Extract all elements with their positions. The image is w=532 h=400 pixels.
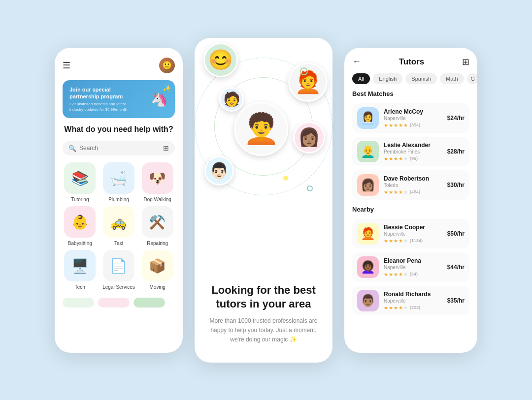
tutoring-label: Tutoring (71, 197, 89, 202)
banner-subtitle: Get unlimited benefits and latestindustr… (69, 101, 127, 112)
screen2: 😊 🧑 🧑‍🦱 🧑‍🦰 👩🏽 👨🏻 Looking for the best t… (195, 38, 332, 363)
banner-emoji: 🦄 (151, 91, 168, 107)
bessie-location: Naperville (384, 231, 442, 237)
babysitting-label: Babysitting (68, 241, 92, 246)
service-tech[interactable]: 🖥️ Tech (63, 250, 98, 290)
tutor-bubbles: 😊 🧑 🧑‍🦱 🧑‍🦰 👩🏽 👨🏻 (195, 38, 332, 225)
arlene-price: $24/hr (447, 115, 465, 122)
service-moving[interactable]: 📦 Moving (140, 250, 175, 290)
nearby-list: 🧑‍🦰 Bessie Cooper Naperville ★★★★★ (1134… (352, 219, 469, 315)
dog-walking-label: Dog Walking (143, 197, 171, 202)
service-repairing[interactable]: ⚒️ Repairing (140, 206, 175, 246)
tutoring-icon-box: 📚 (64, 162, 96, 194)
ronald-price: $35/hr (447, 297, 465, 304)
screen1-header: ☰ 🙂 (63, 58, 175, 73)
tab-g[interactable]: G (467, 73, 477, 84)
eleanor-avatar: 👩🏾‍🦱 (357, 256, 379, 278)
banner-text: Join our specialpartnership program Get … (69, 86, 127, 113)
screens-container: ☰ 🙂 Join our specialpartnership program … (35, 18, 497, 382)
ronald-info: Ronald Richards Naperville ★★★★★ (203) (384, 291, 442, 310)
dave-name: Dave Robertson (384, 175, 442, 182)
leslie-info: Leslie Alexander Pembroke Pines ★★★★★ (9… (384, 142, 442, 161)
promo-banner[interactable]: Join our specialpartnership program Get … (63, 80, 175, 119)
ronald-location: Naperville (384, 298, 442, 304)
filter-icon[interactable]: ⊞ (163, 144, 169, 152)
dog-walking-icon-box: 🐶 (142, 162, 173, 194)
search-bar: 🔍 ⊞ (63, 141, 175, 155)
menu-icon[interactable]: ☰ (63, 60, 70, 71)
tabs-row: All English Spanish Math G (352, 73, 469, 84)
taxi-label: Taxi (114, 241, 123, 246)
tutor-eleanor[interactable]: 👩🏾‍🦱 Eleanor Pena Naperville ★★★★★ (54) … (352, 252, 469, 282)
tutor-bessie[interactable]: 🧑‍🦰 Bessie Cooper Naperville ★★★★★ (1134… (352, 219, 469, 248)
tutor-bubble-3: 🧑‍🦰 (288, 62, 328, 102)
dave-avatar: 👩🏽 (357, 174, 379, 196)
screen1: ☰ 🙂 Join our specialpartnership program … (55, 48, 183, 353)
service-plumbing[interactable]: 🛁 Plumbing (101, 162, 136, 202)
tech-icon-box: 🖥️ (64, 250, 96, 281)
leslie-stars: ★★★★★ (96) (384, 156, 442, 161)
dave-price: $30/hr (447, 182, 465, 188)
arlene-avatar: 👩‍💼 (357, 107, 379, 129)
screen2-text: Looking for the best tutors in your area… (195, 283, 332, 345)
bessie-stars: ★★★★★ (1134) (384, 238, 442, 244)
section-title: What do you need help with? (63, 125, 175, 134)
search-icon: 🔍 (68, 145, 76, 152)
babysitting-icon-box: 👶 (64, 206, 96, 238)
tutor-leslie[interactable]: 👨‍🦲 Leslie Alexander Pembroke Pines ★★★★… (352, 137, 469, 166)
tab-english[interactable]: English (373, 73, 402, 84)
deco-circle1 (300, 67, 308, 75)
tab-all[interactable]: All (352, 73, 370, 84)
tutor-bubble-4: 👩🏽 (293, 122, 325, 154)
search-input[interactable] (79, 145, 160, 152)
tutor-bubble-5: 👨🏻 (204, 156, 234, 185)
screen3-header: ← Tutors ⊞ (352, 57, 469, 67)
arlene-name: Arlene McCoy (384, 108, 442, 115)
bessie-name: Bessie Cooper (384, 224, 442, 231)
tab-math[interactable]: Math (440, 73, 464, 84)
sparkle-icon: ✨ (163, 84, 171, 92)
arlene-location: Naperville (384, 116, 442, 121)
tutor-bubble-center: 🧑‍🦱 (234, 102, 288, 156)
deco-circle3 (283, 176, 288, 181)
leslie-name: Leslie Alexander (384, 142, 442, 149)
eleanor-location: Naperville (384, 265, 442, 270)
eleanor-stars: ★★★★★ (54) (384, 272, 442, 277)
service-babysitting[interactable]: 👶 Babysitting (63, 206, 98, 246)
leslie-avatar: 👨‍🦲 (357, 141, 379, 162)
nearby-heading: Nearby (352, 206, 469, 213)
screen3-title: Tutors (399, 57, 425, 67)
plumbing-label: Plumbing (108, 197, 129, 202)
bessie-price: $50/hr (447, 230, 465, 237)
repairing-icon-box: ⚒️ (142, 206, 173, 238)
service-legal[interactable]: 📄 Legal Services (101, 250, 136, 290)
dave-stars: ★★★★★ (464) (384, 189, 442, 195)
dave-location: Toledo (384, 183, 442, 188)
filter-button[interactable]: ⊞ (462, 57, 469, 67)
service-tutoring[interactable]: 📚 Tutoring (63, 162, 98, 202)
eleanor-price: $44/hr (447, 264, 465, 271)
deco-circle2 (307, 185, 313, 191)
moving-icon-box: 📦 (142, 250, 173, 281)
tutor-bubble-1: 😊 (203, 43, 238, 77)
tutor-ronald[interactable]: 👨🏽 Ronald Richards Naperville ★★★★★ (203… (352, 286, 469, 315)
eleanor-info: Eleanor Pena Naperville ★★★★★ (54) (384, 257, 442, 277)
leslie-location: Pembroke Pines (384, 149, 442, 154)
service-dog-walking[interactable]: 🐶 Dog Walking (140, 162, 175, 202)
ronald-name: Ronald Richards (384, 291, 442, 298)
plumbing-icon-box: 🛁 (103, 162, 134, 194)
avatar[interactable]: 🙂 (159, 58, 175, 73)
screen2-subtitle: More than 1000 trusted professionals are… (206, 316, 321, 345)
bessie-avatar: 🧑‍🦰 (357, 223, 379, 245)
screen3: ← Tutors ⊞ All English Spanish Math G Be… (344, 48, 477, 353)
eleanor-name: Eleanor Pena (384, 257, 442, 264)
moving-label: Moving (150, 284, 166, 290)
tutor-dave[interactable]: 👩🏽 Dave Robertson Toledo ★★★★★ (464) $30… (352, 170, 469, 200)
taxi-icon-box: 🚕 (103, 206, 134, 238)
service-taxi[interactable]: 🚕 Taxi (101, 206, 136, 246)
tab-spanish[interactable]: Spanish (405, 73, 437, 84)
services-grid: 📚 Tutoring 🛁 Plumbing 🐶 Dog Walking 👶 Ba… (63, 162, 175, 290)
tutor-arlene[interactable]: 👩‍💼 Arlene McCoy Naperville ★★★★★ (354) … (352, 103, 469, 133)
bessie-info: Bessie Cooper Naperville ★★★★★ (1134) (384, 224, 442, 244)
back-button[interactable]: ← (352, 57, 361, 67)
